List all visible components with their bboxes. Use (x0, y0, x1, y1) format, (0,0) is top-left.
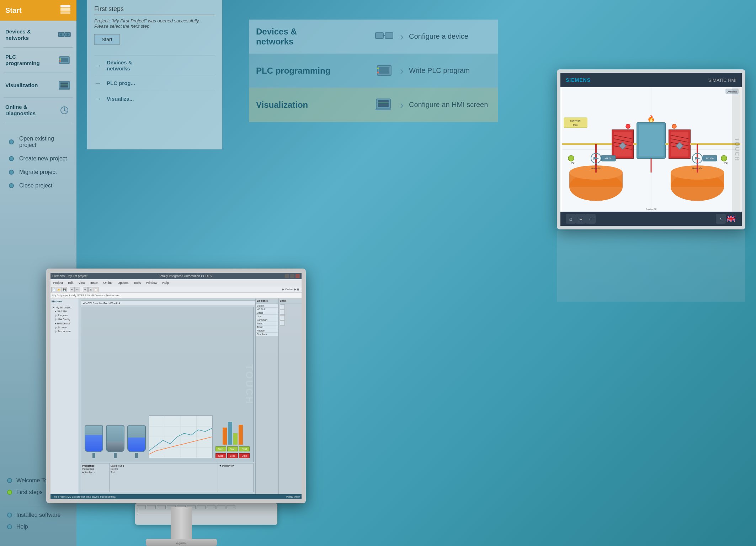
start-button[interactable]: Start (94, 34, 120, 45)
svg-rect-13 (60, 83, 68, 88)
hmi-panel-footer: ⌂ ≡ ← › (560, 212, 742, 226)
prop-border-label: Border (111, 468, 217, 470)
tb-undo[interactable]: ↩ (70, 287, 75, 292)
menu-online[interactable]: Online (102, 281, 114, 285)
tb-save[interactable]: 💾 (62, 287, 67, 292)
hmi-menu-btn[interactable]: ≡ (576, 214, 586, 224)
menu-item-open[interactable]: Open existing project (9, 136, 68, 148)
menu-window[interactable]: Window (144, 281, 159, 285)
tree-item-6[interactable]: ▷ Screens (51, 325, 78, 329)
nav-arrow-viz: → (94, 95, 101, 103)
menu-options[interactable]: Options (116, 281, 130, 285)
tb-new[interactable]: 📄 (51, 287, 56, 292)
stop-btn-1[interactable]: Stop (215, 453, 226, 458)
workflow-plc-row[interactable]: PLC programming › Write PLC program (249, 54, 498, 88)
close-project-label: Close project (19, 182, 52, 189)
silo-2-fill (107, 441, 124, 451)
portal-nav-viz[interactable]: → Visualiza... (94, 91, 215, 106)
elem-recipe[interactable]: Recipe (256, 329, 278, 332)
elem-circle[interactable]: Circle (256, 311, 278, 314)
workflow-devices-row[interactable]: Devices &networks › Configure a device (249, 20, 498, 54)
toolbar-online-label: ▶ Online ▶ ◼ (282, 288, 299, 291)
task-btn-1[interactable] (280, 304, 285, 309)
sidebar-item-visualization[interactable]: Visualization (0, 75, 76, 96)
tree-item-1[interactable]: ▼ My 1st project (51, 306, 78, 309)
tb-cut[interactable]: ✂ (83, 287, 88, 292)
elem-io[interactable]: I/O Field (256, 308, 278, 311)
hmi-back-btn[interactable]: ← (586, 214, 596, 224)
prop-tab-label: Properties (82, 465, 108, 467)
nav-arrow-plc: → (94, 79, 101, 87)
silo-2 (106, 425, 124, 458)
hmi-next-btn[interactable]: › (716, 214, 726, 224)
elem-alarm[interactable]: Alarm (256, 325, 278, 329)
hmi-home-btn[interactable]: ⌂ (566, 214, 576, 224)
silo-3-fill (128, 438, 145, 451)
tree-item-2[interactable]: ▼ S7-1516 (51, 309, 78, 313)
tree-item-5[interactable]: ▼ HMI Device (51, 322, 78, 325)
bar-3 (233, 433, 238, 445)
prop-tab-indications[interactable]: Indications (82, 468, 108, 470)
elem-graphics[interactable]: Graphics (256, 333, 278, 336)
hmi-display: 🔥 SENTRON Data Heater-On Heater-On M1-On… (560, 87, 742, 212)
elem-line[interactable]: Line (256, 315, 278, 318)
tb-open[interactable]: 📂 (57, 287, 62, 292)
sidebar-item-devices-networks[interactable]: Devices &networks (0, 24, 76, 46)
tree-item-3[interactable]: ▷ Program (51, 313, 78, 317)
menu-item-create[interactable]: Create new project (9, 155, 68, 162)
sidebar-item-online-diag[interactable]: Online &Diagnostics (0, 100, 76, 121)
workflow-viz-row[interactable]: Visualization › Configure an HMI screen (249, 88, 498, 122)
tb-redo[interactable]: ↪ (75, 287, 80, 292)
elem-bar[interactable]: Bar Chart (256, 318, 278, 322)
task-btn-3[interactable] (280, 315, 285, 320)
heater-on-label-2: Heater-On (692, 167, 702, 169)
task-btn-2[interactable] (280, 310, 285, 315)
elem-button[interactable]: Button (256, 304, 278, 307)
maximize-btn[interactable] (290, 274, 294, 278)
control-btns: Start Start Start (215, 446, 250, 451)
menu-help[interactable]: Help (161, 281, 170, 285)
tree-item-7[interactable]: ▷ Test screen (51, 329, 78, 333)
svg-rect-1 (60, 8, 70, 11)
tb-copy[interactable]: ⎘ (88, 287, 93, 292)
sep2 (4, 73, 73, 73)
tb-paste[interactable]: 📋 (94, 287, 99, 292)
minimize-btn[interactable] (285, 274, 289, 278)
portal-nav-plc[interactable]: → PLC prog... (94, 75, 215, 91)
stop-btn-2[interactable]: Stop (227, 453, 238, 458)
portal-nav-devices[interactable]: → Devices &networks (94, 55, 215, 75)
menu-insert[interactable]: Insert (89, 281, 100, 285)
workflow-plc-icon (373, 62, 395, 80)
prop-tab-colors[interactable]: Animations (82, 471, 108, 473)
menu-project[interactable]: Project (52, 281, 64, 285)
ref-1: (*1) (571, 161, 575, 164)
menu-item-close[interactable]: Close project (9, 182, 68, 189)
silo-2-leg (114, 453, 117, 458)
task-items (279, 303, 302, 327)
stop-btn-3[interactable]: Stop (239, 453, 250, 458)
menu-view[interactable]: View (77, 281, 87, 285)
menu-tools[interactable]: Tools (132, 281, 142, 285)
nav-plc-label: PLC prog... (107, 80, 135, 86)
task-btn-4[interactable] (280, 320, 285, 325)
sidebar-item-plc[interactable]: PLCprogramming (0, 49, 76, 71)
menu-item-migrate[interactable]: Migrate project (9, 169, 68, 175)
monitor-screen: Siemens - My 1st project Totally Integra… (46, 269, 306, 503)
close-project-dot (9, 183, 14, 188)
start-btn-3[interactable]: Start (239, 446, 250, 451)
start-btn-1[interactable]: Start (215, 446, 226, 451)
silo-1-leg (92, 453, 95, 458)
sidebar-nav: Devices &networks PLCprogramming (0, 21, 76, 128)
svg-point-27 (377, 72, 379, 74)
elem-trend[interactable]: Trend (256, 322, 278, 325)
project-info: Project: "My First Project" was opened s… (94, 18, 215, 29)
menu-edit[interactable]: Edit (66, 281, 75, 285)
properties-panel: Properties Indications Animations Backgr… (81, 463, 254, 492)
start-btn-2[interactable]: Start (227, 446, 238, 451)
tree-item-4[interactable]: ▷ HW Config (51, 317, 78, 321)
first-steps-panel: First steps Project: "My First Project" … (87, 0, 222, 149)
open-project-label: Open existing project (19, 136, 68, 148)
close-btn[interactable] (296, 274, 300, 278)
wf-divider2: › (400, 65, 404, 77)
stop-btns: Stop Stop Stop (215, 453, 250, 458)
